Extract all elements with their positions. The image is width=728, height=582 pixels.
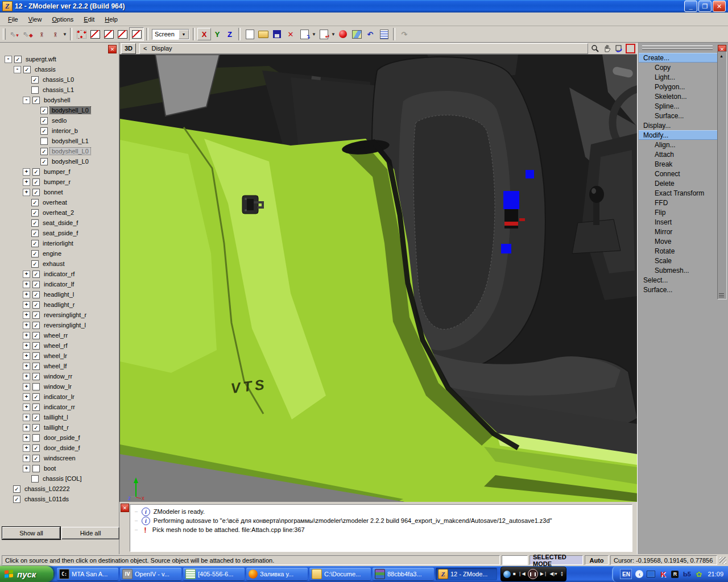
expand-expander-icon[interactable]: + xyxy=(23,455,30,462)
tree-checkbox[interactable]: ✓ xyxy=(40,117,48,124)
tree-row[interactable]: bodyshell_L1 xyxy=(1,136,117,146)
tree-checkbox[interactable]: ✓ xyxy=(31,250,39,257)
orbit-icon[interactable] xyxy=(613,44,624,53)
command-delete[interactable]: Delete xyxy=(639,178,717,188)
command-rotate[interactable]: Rotate xyxy=(639,246,717,256)
tree-checkbox[interactable] xyxy=(32,434,40,442)
tree-row[interactable]: ✓overheat xyxy=(1,197,117,207)
tree-item-interiorlight[interactable]: interiorlight xyxy=(41,240,75,247)
tree-item-indicator-rf[interactable]: indicator_rf xyxy=(42,271,76,277)
tree-checkbox[interactable]: ✓ xyxy=(32,424,40,431)
r-app-icon[interactable]: R xyxy=(671,570,679,579)
start-button[interactable]: пуск xyxy=(0,566,53,582)
expand-expander-icon[interactable]: + xyxy=(23,271,30,278)
tree-item-wheel-lr[interactable]: wheel_lr xyxy=(42,352,69,359)
delete-icon[interactable]: ✕ xyxy=(284,28,297,40)
hide-all-button[interactable]: Hide all xyxy=(61,527,119,539)
taskbar-button-c-docume[interactable]: C:\Docume... xyxy=(309,568,371,580)
tree-item-taillight-l[interactable]: taillight_l xyxy=(42,414,70,421)
expand-expander-icon[interactable]: + xyxy=(23,168,30,176)
tree-row[interactable]: +✓bonnet xyxy=(1,187,117,197)
tree-row[interactable]: ✓engine xyxy=(1,248,117,259)
tree-checkbox[interactable]: ✓ xyxy=(32,271,40,278)
faces-level-icon[interactable] xyxy=(102,28,115,40)
scroll-up-icon[interactable]: ▲ xyxy=(718,52,725,60)
tree-item-reversinglight-l[interactable]: reversinglight_l xyxy=(42,322,88,329)
command-modify[interactable]: Modify... xyxy=(639,130,717,140)
tree-checkbox[interactable]: ✓ xyxy=(32,168,40,176)
command-move[interactable]: Move xyxy=(639,236,717,246)
tree-row[interactable]: +✓taillight_r xyxy=(1,422,117,433)
tree-item-chassis-l0[interactable]: chassis_L0 xyxy=(41,76,76,83)
command-flip[interactable]: Flip xyxy=(639,207,717,217)
tree-item-indicator-lr[interactable]: indicator_lr xyxy=(42,393,76,400)
tree-item-overheat[interactable]: overheat xyxy=(41,199,69,206)
tree-row[interactable]: ✓chassis_L0 xyxy=(1,74,117,85)
tree-checkbox[interactable]: ✓ xyxy=(32,97,40,104)
tree-checkbox[interactable]: ✓ xyxy=(40,107,48,114)
tree-item-wheel-rr[interactable]: wheel_rr xyxy=(42,332,69,339)
redo-icon[interactable]: ↷ xyxy=(398,28,411,40)
tree-item-wheel-rf[interactable]: wheel_rf xyxy=(42,342,69,349)
maximize-view-icon[interactable] xyxy=(625,44,636,53)
expand-expander-icon[interactable]: + xyxy=(23,291,30,298)
command-skeleton[interactable]: Skeleton... xyxy=(639,92,717,101)
command-select[interactable]: Select... xyxy=(639,275,717,285)
texture-browser-icon[interactable] xyxy=(350,28,363,40)
new-file-icon[interactable] xyxy=(243,28,257,40)
auto-toggle[interactable]: Auto xyxy=(585,555,609,565)
tree-row[interactable]: +✓headlight_l xyxy=(1,289,117,300)
tree-checkbox[interactable]: ✓ xyxy=(31,240,39,247)
menu-help[interactable]: Help xyxy=(100,14,122,24)
undo-icon[interactable]: ↶ xyxy=(363,28,377,40)
tree-checkbox[interactable]: ✓ xyxy=(32,342,40,350)
select-tool-icon[interactable]: ⇖▾ xyxy=(7,28,21,40)
command-copy[interactable]: Copy xyxy=(639,63,717,72)
tree-panel-close-icon[interactable]: ✕ xyxy=(108,45,117,53)
import-dropdown-icon[interactable]: ▼ xyxy=(311,28,317,40)
tree-row[interactable]: -✓bodyshell xyxy=(1,95,117,105)
log-panel-close-icon[interactable]: ✕ xyxy=(121,504,129,512)
pause-icon[interactable] xyxy=(528,569,538,579)
tree-item-exhaust[interactable]: exhaust xyxy=(41,260,67,267)
command-surface[interactable]: Surface... xyxy=(639,111,717,120)
command-light[interactable]: Light... xyxy=(639,72,717,82)
tree-item-bonnet[interactable]: bonnet xyxy=(42,189,65,196)
tree-item-window-rr[interactable]: window_rr xyxy=(42,373,74,380)
tree-checkbox[interactable] xyxy=(31,86,39,94)
tree-item-engine[interactable]: engine xyxy=(41,250,63,257)
tree-checkbox[interactable]: ✓ xyxy=(31,219,39,227)
tree-row[interactable]: +✓taillight_l xyxy=(1,412,117,422)
command-connect[interactable]: Connect xyxy=(639,169,717,178)
tree-checkbox[interactable] xyxy=(31,475,39,483)
expand-expander-icon[interactable]: + xyxy=(23,311,30,319)
expand-expander-icon[interactable]: + xyxy=(23,189,30,196)
command-exact-transform[interactable]: Exact Transform xyxy=(639,188,717,198)
tree-row[interactable]: +window_lr xyxy=(1,381,117,392)
tree-row[interactable]: chassis_L1 xyxy=(1,85,117,95)
tree-row[interactable]: +✓wheel_lf xyxy=(1,361,117,371)
tree-checkbox[interactable]: ✓ xyxy=(31,76,39,84)
tree-row[interactable]: -✓supergt.wft xyxy=(1,54,117,64)
command-create[interactable]: Create... xyxy=(639,53,717,63)
tree-item-taillight-r[interactable]: taillight_r xyxy=(42,424,71,431)
close-button[interactable]: ✕ xyxy=(713,1,726,12)
tree-row[interactable]: +✓bumper_r xyxy=(1,177,117,187)
bone-mode-icon[interactable]: 🯅 xyxy=(48,28,62,40)
expand-expander-icon[interactable]: + xyxy=(23,414,30,421)
language-indicator[interactable]: EN xyxy=(620,569,632,579)
tree-item-windscreen[interactable]: windscreen xyxy=(42,455,77,462)
collapse-expander-icon[interactable]: - xyxy=(14,66,21,73)
scroll-grip[interactable] xyxy=(719,293,724,298)
command-break[interactable]: Break xyxy=(639,159,717,169)
tree-checkbox[interactable]: ✓ xyxy=(32,311,40,319)
zoom-icon[interactable] xyxy=(589,44,600,53)
log-icon[interactable] xyxy=(377,28,391,40)
tree-checkbox[interactable]: ✓ xyxy=(32,414,40,421)
tree-item-indicator-rr[interactable]: indicator_rr xyxy=(42,404,77,410)
breadcrumb-back[interactable]: < xyxy=(143,45,147,52)
tree-item-reversinglight-r[interactable]: reversinglight_r xyxy=(42,311,88,318)
axis-y-button[interactable]: Y xyxy=(211,28,224,40)
tree-item-overheat-2[interactable]: overheat_2 xyxy=(41,209,76,216)
tree-checkbox[interactable]: ✓ xyxy=(13,485,20,493)
